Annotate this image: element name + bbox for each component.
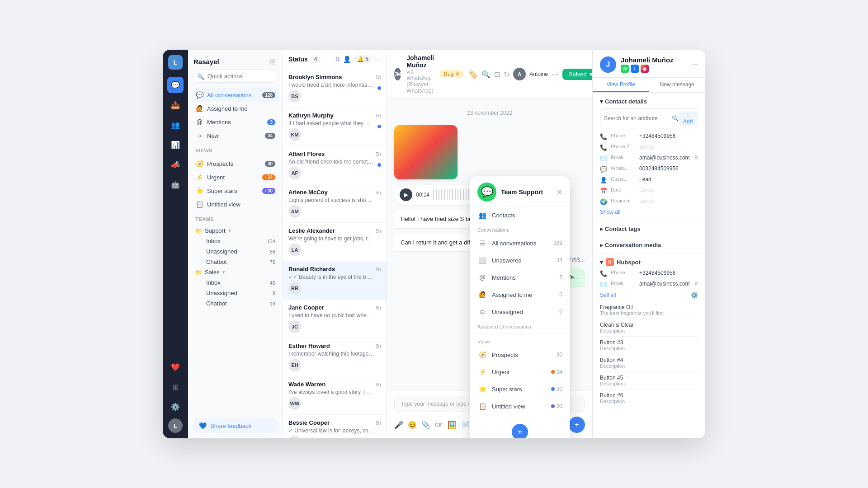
dropdown-unassigned[interactable]: ⊖ Unassigned 0 (470, 303, 570, 320)
sidebar-icon-campaigns[interactable]: 📣 (167, 156, 184, 173)
nav-item-prospects[interactable]: 🧭 Prospects 30 (192, 157, 279, 170)
dropdown-untitled-view[interactable]: 📋 Untitled view 30 (470, 398, 570, 415)
conv-item-arlene[interactable]: Arlene McCoy 5h Eighty percent of succes… (283, 184, 387, 223)
tab-new-message[interactable]: New message (649, 78, 706, 92)
sub-item-sales-inbox[interactable]: Inbox 45 (192, 277, 279, 288)
label-icon[interactable]: 🏷️ (468, 69, 478, 79)
conv-item-brooklyn[interactable]: Brooklyn Simmons 5h I would need a bit m… (283, 69, 387, 108)
send-button[interactable]: + (569, 417, 585, 433)
nav-item-urgent[interactable]: ⚡ Urgent • 34 (192, 170, 279, 184)
contact-details-header[interactable]: ▾ Contact details (600, 98, 698, 105)
product-name: Fragrance Oil (600, 304, 698, 310)
conv-item-bessie[interactable]: Bessie Cooper 8h ✓ Universal law is for … (283, 415, 387, 438)
dropdown-urgent[interactable]: ⚡ Urgent 34 (470, 363, 570, 380)
regional-value: Empty (639, 198, 698, 204)
person-icon[interactable]: 👤 (343, 56, 351, 63)
more-icon[interactable]: ⋯ (375, 56, 381, 63)
add-attribute-button[interactable]: + Add (679, 111, 697, 126)
show-all-button[interactable]: Show all (600, 209, 698, 215)
attribute-search-input[interactable] (604, 115, 672, 122)
nav-item-mentions[interactable]: @ Mentions 3 (192, 115, 279, 129)
sidebar-icon-inbox[interactable]: 📥 (167, 97, 184, 113)
mentions-dd-count: 5 (559, 274, 562, 281)
app-wrapper: L 💬 📥 👥 📊 📣 🤖 ❤️ ⊞ ⚙️ L Rasayel ⊞ 🔍 💬 Al… (163, 50, 705, 438)
duplicate-icon[interactable]: ⊡ (494, 70, 500, 79)
sidebar-icon-settings[interactable]: ⚙️ (167, 399, 184, 415)
dropdown-all-conversations[interactable]: ☰ All conversations 389 (470, 235, 570, 252)
sidebar-icon-favorite[interactable]: ❤️ (167, 359, 184, 375)
sidebar-icon-analytics[interactable]: 📊 (167, 136, 184, 153)
conversation-media-label: Conversation media (605, 242, 661, 249)
nav-item-super-stars[interactable]: ⭐ Super stars • 30 (192, 184, 279, 197)
copy-hs-email-icon[interactable]: ⎘ (695, 281, 698, 287)
assigned-me-count: 0 (559, 291, 562, 298)
sub-item-support-inbox[interactable]: Inbox 134 (192, 236, 279, 246)
nav-item-new[interactable]: ○ New 34 (192, 129, 279, 142)
sub-item-sales-unassigned[interactable]: Unassigned 8 (192, 288, 279, 298)
layout-icon[interactable]: ⊞ (268, 57, 277, 66)
bug-tag-badge[interactable]: Bug ✕ (439, 70, 464, 78)
document-icon[interactable]: 📄 (461, 421, 470, 429)
dropdown-contacts-item[interactable]: 👥 Contacts (470, 206, 570, 224)
dropdown-assigned-to-me[interactable]: 🙋 Assigned to me 0 (470, 286, 570, 303)
sidebar-icon-grid[interactable]: ⊞ (167, 379, 184, 395)
sidebar-icon-contacts[interactable]: 👥 (167, 117, 184, 133)
dropdown-mentions[interactable]: @ Mentions 5 (470, 269, 570, 286)
dropdown-super-stars[interactable]: ⭐ Super stars 30 (470, 380, 570, 398)
hubspot-header[interactable]: ▾ H Hubspot (600, 258, 698, 266)
mic-icon[interactable]: 🎤 (394, 421, 403, 429)
sidebar-icon-chat[interactable]: 💬 (167, 77, 184, 93)
team-item-sales[interactable]: 📁 Sales ▾ (192, 267, 279, 277)
image-icon[interactable]: 🖼️ (448, 421, 457, 429)
chat-contact-sub: via WhatsApp (Rasayel WhatsApp) (406, 69, 434, 94)
contacts-label: Contacts (492, 212, 562, 219)
dropdown-unanswered[interactable]: ⬜ Unaswered 34 (470, 252, 570, 269)
attach-icon[interactable]: 📎 (421, 421, 430, 429)
emoji-icon[interactable]: 😊 (408, 421, 417, 429)
team-item-support[interactable]: 📁 Support ▾ (192, 225, 279, 236)
conv-item-leslie[interactable]: Leslie Alexander 5h We're going to have … (283, 223, 387, 261)
more-options-icon[interactable]: ⋯ (552, 70, 559, 79)
share-feedback-button[interactable]: 💙 Share feedback (193, 418, 277, 433)
conv-item-wade[interactable]: Wade Warren 8h I've always loved a good … (283, 376, 387, 415)
dropdown-prospects[interactable]: 🧭 Prospects 30 (470, 346, 570, 363)
quick-actions-input[interactable] (193, 70, 277, 83)
sub-item-support-unassigned[interactable]: Unassigned 58 (192, 246, 279, 257)
assigned-me-icon: 🙋 (477, 290, 487, 300)
tab-view-profile[interactable]: View Profile (593, 78, 649, 92)
sales-chevron: ▾ (222, 269, 225, 275)
dropdown-close-button[interactable]: ✕ (557, 188, 562, 197)
views-section-label: Views (188, 144, 283, 155)
phone2-value: Empty (639, 144, 698, 150)
sub-item-support-chatbot[interactable]: Chatbot 76 (192, 257, 279, 267)
conv-item-kathryn[interactable]: Kathryn Murphy 5h If I had asked people … (283, 108, 387, 146)
copy-email-icon[interactable]: ⎘ (695, 155, 698, 161)
sidebar-icon-bot[interactable]: 🤖 (167, 176, 184, 192)
conversation-media-header[interactable]: ▸ Conversation media (600, 242, 698, 249)
search-chat-icon[interactable]: 🔍 (481, 70, 491, 79)
hs-settings-icon[interactable]: ⚙️ (690, 291, 698, 299)
conv-item-jane[interactable]: Jane Cooper 8h I used to have no pubic h… (283, 300, 387, 338)
untitled-dd-count: 30 (557, 403, 562, 409)
nav-item-all-conversations[interactable]: 💬 All conversations 128 (192, 88, 279, 102)
tag-close-button[interactable]: ✕ (455, 71, 460, 77)
date-divider: 23 november 2022 (394, 110, 585, 116)
gif-icon[interactable]: GIF (435, 422, 443, 427)
refresh-icon[interactable]: ↻ (504, 70, 509, 79)
conv-item-albert[interactable]: Albert Flores 5h An old friend once told… (283, 146, 387, 184)
nav-item-assigned-to-me[interactable]: 🙋 Assigned to me (192, 102, 279, 115)
nav-item-untitled-view[interactable]: 📋 Untitled view (192, 197, 279, 211)
add-view-button[interactable]: + (512, 424, 528, 438)
play-button[interactable]: ▶ (400, 188, 412, 201)
contact-tags-header[interactable]: ▸ Contact tags (600, 225, 698, 232)
more-options-right-icon[interactable]: ⋯ (691, 60, 698, 69)
filter-icon[interactable]: ⇅ (335, 56, 340, 63)
sidebar-user-avatar[interactable]: L (168, 418, 183, 433)
prospects-label: Prospects (207, 160, 261, 167)
sell-all-button[interactable]: Sell all (600, 292, 616, 298)
conv-preview: I would need a bit more information if t… (288, 82, 374, 88)
conv-item-ronald[interactable]: Ronald Richards 8h ✓✓ Beauty is in the e… (283, 261, 387, 300)
sub-item-sales-chatbot[interactable]: Chatbot 19 (192, 298, 279, 309)
conversations-section-label: Conversations (470, 224, 570, 235)
conv-item-esther[interactable]: Esther Howard 8h I remember watching thi… (283, 338, 387, 376)
